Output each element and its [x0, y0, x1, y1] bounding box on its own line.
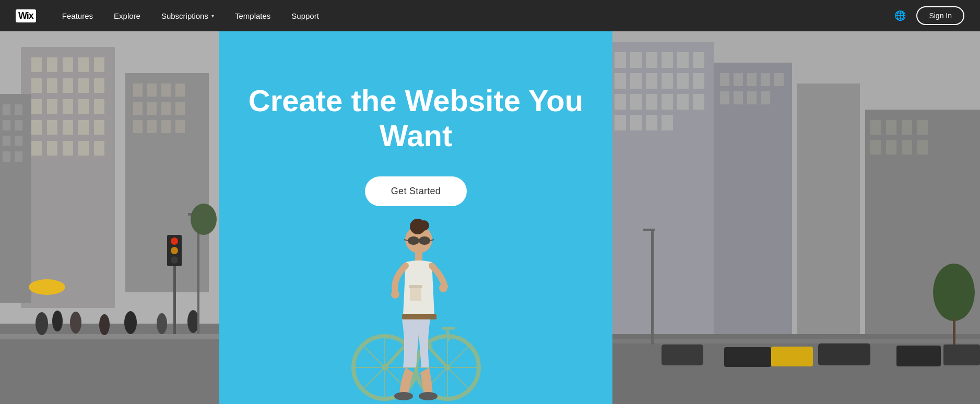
svg-rect-113	[662, 344, 703, 365]
svg-rect-97	[720, 91, 729, 104]
svg-rect-41	[133, 102, 143, 115]
svg-rect-116	[896, 346, 941, 366]
svg-point-66	[191, 204, 217, 235]
hero-title: Create the Website You Want	[219, 84, 612, 153]
svg-rect-104	[886, 120, 896, 135]
svg-rect-84	[662, 94, 673, 110]
svg-rect-72	[662, 52, 673, 68]
svg-rect-77	[646, 73, 657, 89]
svg-rect-47	[161, 120, 171, 133]
svg-point-51	[36, 312, 48, 335]
svg-rect-26	[94, 141, 104, 156]
svg-rect-23	[47, 141, 57, 156]
svg-rect-15	[78, 99, 89, 114]
svg-point-55	[124, 311, 137, 334]
svg-rect-22	[31, 141, 42, 156]
svg-rect-39	[161, 84, 171, 97]
nav-subscriptions[interactable]: Subscriptions ▾	[161, 11, 214, 20]
svg-rect-81	[615, 94, 626, 110]
nav-support[interactable]: Support	[291, 11, 319, 20]
svg-rect-94	[747, 73, 757, 86]
svg-rect-154	[410, 287, 421, 301]
nav-features[interactable]: Features	[62, 11, 93, 20]
svg-rect-105	[902, 120, 912, 135]
woman-bike-svg	[333, 195, 500, 404]
subscriptions-chevron-icon: ▾	[211, 13, 214, 19]
svg-rect-46	[147, 120, 157, 133]
svg-rect-48	[175, 120, 185, 133]
svg-point-153	[439, 284, 447, 292]
svg-point-121	[933, 264, 975, 321]
svg-point-146	[408, 236, 419, 245]
svg-rect-43	[161, 102, 171, 115]
svg-rect-29	[15, 104, 22, 115]
svg-rect-13	[47, 99, 57, 114]
nav-templates[interactable]: Templates	[235, 11, 270, 20]
svg-rect-91	[714, 63, 792, 344]
svg-point-158	[419, 392, 438, 400]
svg-rect-109	[902, 140, 912, 155]
svg-rect-156	[402, 314, 436, 319]
svg-point-57	[187, 310, 199, 333]
svg-rect-93	[734, 73, 743, 86]
svg-rect-45	[133, 120, 143, 133]
svg-rect-118	[771, 347, 813, 366]
svg-rect-28	[3, 104, 10, 115]
nav-explore[interactable]: Explore	[114, 11, 140, 20]
svg-rect-9	[63, 78, 73, 93]
svg-point-157	[394, 392, 413, 400]
svg-point-62	[171, 247, 178, 254]
svg-rect-17	[31, 120, 42, 135]
svg-rect-76	[630, 73, 642, 89]
svg-line-140	[447, 328, 448, 341]
svg-point-61	[171, 237, 178, 245]
svg-rect-89	[646, 115, 657, 130]
svg-rect-82	[630, 94, 642, 110]
hero-illustration	[219, 195, 612, 404]
svg-rect-88	[630, 115, 642, 130]
svg-rect-38	[147, 84, 157, 97]
logo[interactable]: Wix	[16, 9, 36, 22]
svg-rect-115	[818, 343, 870, 365]
svg-rect-14	[63, 99, 73, 114]
svg-rect-110	[917, 140, 928, 155]
svg-rect-119	[651, 230, 654, 344]
svg-rect-24	[63, 141, 73, 156]
navbar: Wix Features Explore Subscriptions ▾ Tem…	[0, 0, 980, 31]
svg-rect-117	[943, 344, 980, 365]
sign-in-button[interactable]: Sign In	[916, 6, 964, 25]
svg-rect-33	[15, 136, 22, 146]
svg-point-52	[52, 311, 63, 331]
svg-rect-95	[761, 73, 770, 86]
svg-rect-114	[724, 347, 771, 367]
svg-rect-8	[47, 78, 57, 93]
svg-point-54	[99, 314, 110, 335]
svg-rect-21	[94, 120, 104, 135]
svg-rect-12	[31, 99, 42, 114]
svg-rect-78	[662, 73, 673, 89]
svg-rect-106	[917, 120, 928, 135]
left-city-bg	[0, 31, 219, 404]
svg-rect-100	[761, 91, 770, 104]
svg-rect-40	[175, 84, 185, 97]
globe-icon[interactable]: 🌐	[894, 10, 906, 21]
svg-point-145	[419, 220, 429, 231]
svg-rect-50	[0, 334, 219, 339]
svg-rect-35	[15, 151, 22, 162]
svg-rect-90	[662, 115, 673, 130]
svg-rect-112	[609, 339, 980, 343]
svg-rect-103	[870, 120, 881, 135]
svg-rect-19	[63, 120, 73, 135]
svg-rect-70	[630, 52, 642, 68]
svg-point-63	[171, 256, 178, 264]
svg-rect-87	[615, 115, 626, 130]
svg-rect-92	[720, 73, 729, 86]
svg-rect-18	[47, 120, 57, 135]
svg-rect-71	[646, 52, 657, 68]
wix-logo-text: Wix	[16, 9, 36, 22]
hero-section: Create the Website You Want Get Started	[219, 31, 612, 404]
svg-rect-107	[870, 140, 881, 155]
svg-rect-4	[63, 57, 73, 72]
svg-rect-79	[677, 73, 689, 89]
svg-rect-37	[133, 84, 143, 97]
